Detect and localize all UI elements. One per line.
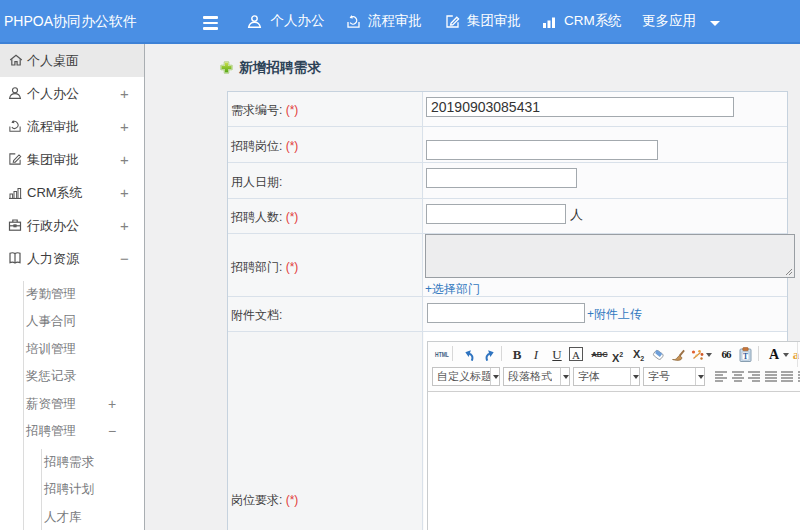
svg-text:T: T [743, 352, 748, 361]
